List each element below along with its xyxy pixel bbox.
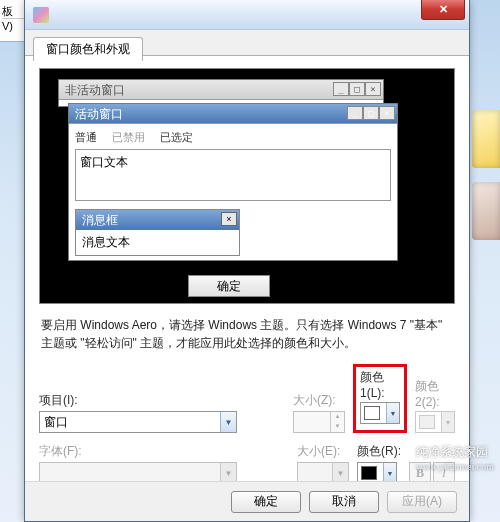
preview-inactive-title-text: 非活动窗口 bbox=[65, 83, 125, 97]
preview-messagebox-titlebar: 消息框 × bbox=[76, 210, 239, 230]
preview-active-body: 普通 已禁用 已选定 窗口文本 消息框 × 消息文本 bbox=[69, 124, 397, 260]
tab-label: 窗口颜色和外观 bbox=[46, 42, 130, 56]
preview-messagebox: 消息框 × 消息文本 bbox=[75, 209, 240, 256]
chevron-down-icon: ▼ bbox=[386, 403, 399, 423]
menu-normal: 普通 bbox=[75, 131, 97, 143]
theme-thumbnail-rose bbox=[472, 182, 500, 240]
color1-combo[interactable]: ▼ bbox=[360, 402, 400, 424]
apply-button: 应用(A) bbox=[387, 491, 457, 513]
app-icon bbox=[33, 7, 49, 23]
maximize-icon: □ bbox=[349, 82, 365, 96]
preview-messagebox-body: 消息文本 bbox=[76, 230, 239, 255]
minimize-icon: _ bbox=[333, 82, 349, 96]
color1-swatch bbox=[364, 406, 380, 420]
preview-area: 非活动窗口 _ □ × 活动窗口 _ □ × bbox=[39, 68, 455, 304]
preview-messagebox-text: 消息文本 bbox=[82, 235, 130, 249]
dialog-titlebar[interactable]: ✕ bbox=[25, 0, 469, 30]
fontsize-label: 大小(E): bbox=[297, 443, 349, 460]
cancel-button[interactable]: 取消 bbox=[309, 491, 379, 513]
ok-button-label: 确定 bbox=[254, 493, 278, 510]
color2-combo: ▼ bbox=[415, 411, 455, 433]
preview-ok-button: 确定 bbox=[188, 275, 270, 297]
color2-label-line1: 颜色 bbox=[415, 379, 439, 393]
preview-messagebox-title-text: 消息框 bbox=[82, 213, 118, 227]
apply-button-label: 应用(A) bbox=[402, 493, 442, 510]
font-label: 字体(F): bbox=[39, 443, 289, 460]
spinner-arrows: ▲ ▼ bbox=[330, 412, 344, 432]
cancel-button-label: 取消 bbox=[332, 493, 356, 510]
form-row-item: 项目(I): 窗口 ▼ 大小(Z): ▲ ▼ bbox=[39, 364, 455, 433]
item-combo[interactable]: 窗口 ▼ bbox=[39, 411, 237, 433]
bold-label: B bbox=[416, 466, 424, 480]
color1-label-line2: 1(L): bbox=[360, 386, 385, 400]
color-appearance-dialog: ✕ 窗口颜色和外观 非活动窗口 _ □ × 活动窗口 bbox=[24, 0, 470, 522]
color2-field: 颜色 2(2): ▼ bbox=[415, 378, 455, 433]
fontcolor-field: 颜色(R): ▼ bbox=[357, 443, 401, 484]
color2-label-line2: 2(2): bbox=[415, 395, 440, 409]
tab-window-color[interactable]: 窗口颜色和外观 bbox=[33, 37, 143, 61]
chevron-down-icon: ▼ bbox=[331, 422, 344, 432]
color1-label: 颜色 1(L): bbox=[360, 369, 400, 400]
ok-button[interactable]: 确定 bbox=[231, 491, 301, 513]
minimize-icon: _ bbox=[347, 106, 363, 120]
preview-menubar: 普通 已禁用 已选定 bbox=[75, 128, 391, 147]
dialog-button-bar: 确定 取消 应用(A) bbox=[25, 481, 469, 521]
color1-highlight: 颜色 1(L): ▼ bbox=[353, 364, 407, 433]
preview-active-window: 活动窗口 _ □ × 普通 已禁用 已选定 窗口文本 bbox=[68, 103, 398, 261]
size-spinner: ▲ ▼ bbox=[293, 411, 345, 433]
size-label: 大小(Z): bbox=[293, 392, 345, 409]
menu-selected: 已选定 bbox=[160, 131, 193, 143]
size-field: 大小(Z): ▲ ▼ bbox=[293, 392, 345, 433]
preview-inactive-controls: _ □ × bbox=[333, 82, 381, 96]
preview-window-text: 窗口文本 bbox=[80, 155, 128, 169]
close-icon: × bbox=[221, 212, 237, 226]
preview-inactive-titlebar: 非活动窗口 _ □ × bbox=[59, 80, 383, 100]
color1-field: 颜色 1(L): ▼ bbox=[360, 369, 400, 424]
chevron-up-icon: ▲ bbox=[331, 412, 344, 422]
fontcolor-label: 颜色(R): bbox=[357, 443, 401, 460]
menu-disabled: 已禁用 bbox=[112, 131, 145, 143]
color2-label: 颜色 2(2): bbox=[415, 378, 455, 409]
form-row-font: 字体(F): ▼ 大小(E): ▼ 颜色(R): ▼ bbox=[39, 443, 455, 484]
fontsize-field: 大小(E): ▼ bbox=[297, 443, 349, 484]
fontcolor-swatch bbox=[361, 466, 377, 480]
preview-textarea: 窗口文本 bbox=[75, 149, 391, 201]
close-button[interactable]: ✕ bbox=[421, 0, 465, 20]
info-text: 要启用 Windows Aero，请选择 Windows 主题。只有选择 Win… bbox=[41, 316, 453, 352]
dialog-content: 非活动窗口 _ □ × 活动窗口 _ □ × bbox=[25, 56, 469, 496]
maximize-icon: □ bbox=[363, 106, 379, 120]
item-field: 项目(I): 窗口 ▼ bbox=[39, 392, 285, 433]
chevron-down-icon: ▼ bbox=[441, 412, 454, 432]
close-icon: × bbox=[379, 106, 395, 120]
color2-swatch bbox=[419, 415, 435, 429]
chevron-down-icon: ▼ bbox=[332, 463, 348, 483]
close-icon: ✕ bbox=[439, 3, 448, 15]
item-label: 项目(I): bbox=[39, 392, 285, 409]
theme-thumbnail-gold bbox=[472, 110, 500, 168]
tab-strip: 窗口颜色和外观 bbox=[25, 30, 469, 56]
color1-label-line1: 颜色 bbox=[360, 370, 384, 384]
preview-active-controls: _ □ × bbox=[347, 106, 395, 120]
font-field: 字体(F): ▼ bbox=[39, 443, 289, 484]
item-combo-value: 窗口 bbox=[44, 414, 68, 431]
close-icon: × bbox=[365, 82, 381, 96]
chevron-down-icon: ▼ bbox=[383, 463, 396, 483]
preview-active-titlebar: 活动窗口 _ □ × bbox=[69, 104, 397, 124]
chevron-down-icon: ▼ bbox=[220, 463, 236, 483]
chevron-down-icon: ▼ bbox=[220, 412, 236, 432]
preview-ok-label: 确定 bbox=[217, 279, 241, 293]
italic-label: I bbox=[442, 466, 446, 480]
preview-active-title-text: 活动窗口 bbox=[75, 107, 123, 121]
